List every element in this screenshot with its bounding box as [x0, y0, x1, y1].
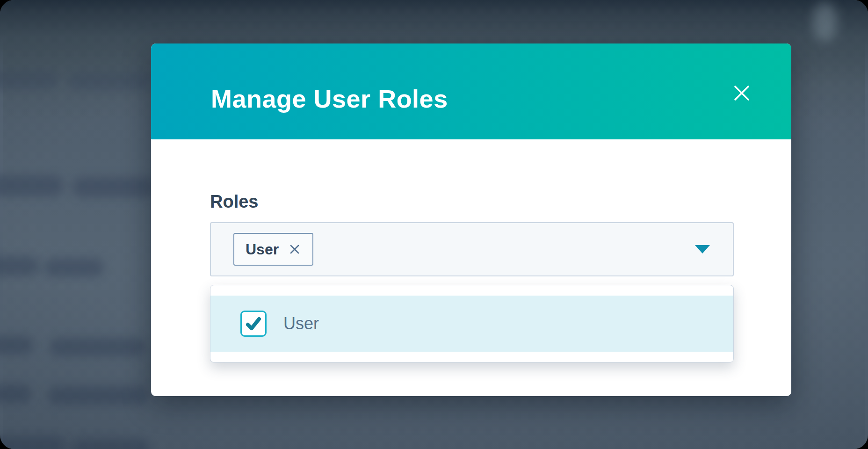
manage-user-roles-dialog: Manage User Roles Roles User	[151, 43, 791, 396]
screen: Manage User Roles Roles User	[0, 0, 868, 449]
selected-role-chip: User	[233, 233, 313, 266]
remove-tag-icon	[288, 243, 301, 256]
close-icon	[731, 82, 752, 104]
option-label: User	[283, 314, 319, 333]
checkbox-check-icon	[245, 315, 262, 333]
remove-role-button[interactable]	[288, 243, 301, 256]
roles-label: Roles	[210, 192, 734, 212]
user-role-checkbox[interactable]	[240, 311, 267, 337]
close-button[interactable]	[730, 81, 754, 105]
dropdown-caret-icon[interactable]	[695, 245, 710, 253]
dialog-title: Manage User Roles	[211, 70, 448, 113]
roles-dropdown-panel: User	[210, 285, 734, 362]
chip-label: User	[246, 241, 279, 258]
roles-multiselect-input[interactable]: User	[210, 222, 734, 276]
dialog-header: Manage User Roles	[151, 43, 791, 139]
dialog-body: Roles User	[151, 192, 791, 362]
role-option-user[interactable]: User	[210, 296, 733, 352]
